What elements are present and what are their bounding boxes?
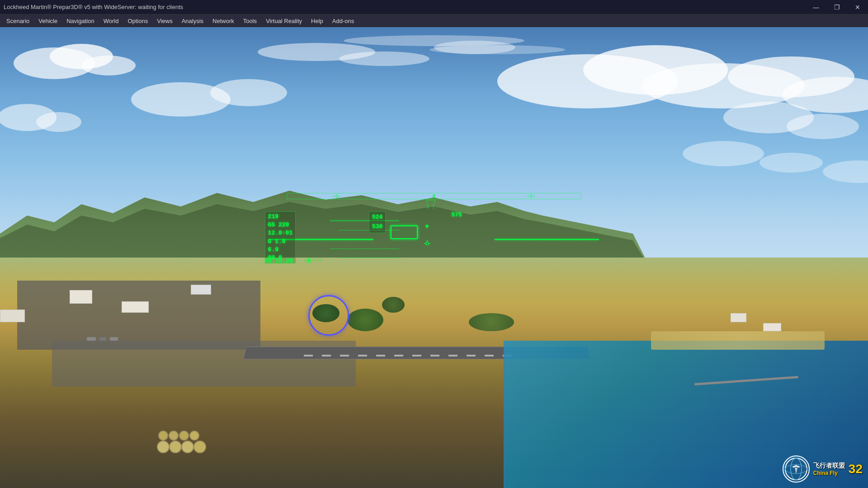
svg-point-26	[182, 441, 193, 453]
svg-point-31	[190, 431, 199, 440]
svg-point-28	[159, 431, 168, 440]
menu-analysis[interactable]: Analysis	[177, 16, 208, 26]
close-button[interactable]: ✕	[847, 0, 868, 14]
maximize-button[interactable]: ❐	[826, 0, 847, 14]
warehouse-1	[70, 290, 92, 304]
menu-views[interactable]: Views	[152, 16, 177, 26]
warehouse-4	[0, 310, 25, 322]
menu-vehicle[interactable]: Vehicle	[34, 16, 62, 26]
runway-centerline	[304, 355, 521, 357]
menu-bar: Scenario Vehicle Navigation World Option…	[0, 14, 868, 27]
menu-scenario[interactable]: Scenario	[2, 16, 34, 26]
coastal-building-1	[731, 313, 746, 322]
watermark-text-block: 飞行者联盟 China Fly	[813, 462, 845, 476]
menu-navigation[interactable]: Navigation	[62, 16, 99, 26]
menu-add-ons[interactable]: Add-ons	[328, 16, 359, 26]
menu-tools[interactable]: Tools	[239, 16, 261, 26]
menu-network[interactable]: Network	[208, 16, 239, 26]
ground-equipment	[87, 337, 118, 341]
vegetation-patch-1	[312, 304, 340, 322]
minimize-button[interactable]: —	[806, 0, 826, 14]
menu-options[interactable]: Options	[123, 16, 152, 26]
menu-help[interactable]: Help	[307, 16, 328, 26]
watermark-logo	[783, 455, 810, 483]
coastal-building-2	[763, 323, 781, 331]
svg-point-30	[179, 431, 189, 440]
svg-point-29	[169, 431, 178, 440]
menu-world[interactable]: World	[99, 16, 123, 26]
airport-apron-1	[17, 281, 260, 350]
storage-tanks	[156, 429, 211, 465]
menu-virtual-reality[interactable]: Virtual Reality	[261, 16, 307, 26]
svg-point-25	[170, 441, 181, 453]
watermark-overlay: 飞行者联盟 China Fly 32	[783, 455, 863, 483]
warehouse-2	[122, 301, 149, 313]
svg-point-27	[194, 441, 206, 453]
coastal-strip	[651, 331, 825, 350]
warehouse-3	[191, 285, 211, 295]
title-bar: Lockheed Martin® Prepar3D® v5 with WideS…	[0, 0, 868, 14]
flight-viewport: ─5─ 0 ─5─ 219 GS 220 12.0↑01 G 1.0 6.9 9…	[0, 27, 868, 488]
svg-point-24	[157, 441, 169, 453]
coastal-vegetation	[469, 313, 514, 331]
window-title: Lockheed Martin® Prepar3D® v5 with WideS…	[0, 4, 806, 10]
vegetation-patch-2	[347, 309, 383, 331]
window-controls: — ❐ ✕	[806, 0, 868, 14]
watermark-number: 32	[849, 462, 863, 476]
